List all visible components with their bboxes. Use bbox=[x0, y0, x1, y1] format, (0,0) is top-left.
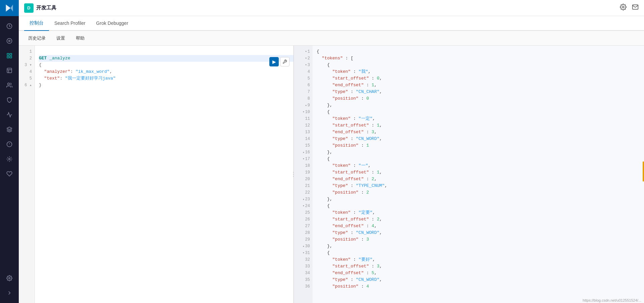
nav-item-pulse[interactable] bbox=[3, 167, 16, 181]
out-ln-28: 28 bbox=[294, 230, 313, 236]
run-button[interactable]: ▶ bbox=[269, 57, 279, 66]
out-ln-18: 18 bbox=[294, 162, 313, 169]
out-ln-3: ▾ 3 bbox=[294, 62, 313, 68]
svg-point-1 bbox=[7, 39, 12, 44]
nav-item-stack[interactable] bbox=[3, 123, 16, 136]
nav-item-discover[interactable] bbox=[3, 34, 16, 48]
tab-console[interactable]: 控制台 bbox=[24, 16, 49, 31]
left-pane: 1 2 3 ▾ 4 5 6 ▴ GET _analyze { "analyzer… bbox=[19, 46, 294, 303]
nav-item-settings[interactable] bbox=[3, 271, 16, 285]
out-ln-17: ▾ 17 bbox=[294, 156, 313, 162]
editor-line-6: } bbox=[39, 82, 293, 89]
out-line-32: "token" : "要好", bbox=[317, 256, 644, 263]
out-line-16: }, bbox=[317, 149, 644, 156]
mail-icon[interactable] bbox=[632, 4, 639, 12]
out-line-23: }, bbox=[317, 196, 644, 203]
tab-grok-debugger[interactable]: Grok Debugger bbox=[91, 16, 134, 31]
line-num-3: 3 ▾ bbox=[19, 62, 35, 68]
out-ln-32: 32 bbox=[294, 256, 313, 263]
out-line-27: "end_offset" : 4, bbox=[317, 223, 644, 230]
out-ln-31: ▾ 31 bbox=[294, 250, 313, 256]
nav-item-dashboard[interactable] bbox=[3, 64, 16, 77]
out-ln-33: 33 bbox=[294, 263, 313, 270]
svg-rect-7 bbox=[7, 68, 12, 73]
svg-point-16 bbox=[9, 277, 10, 279]
out-ln-19: 19 bbox=[294, 169, 313, 176]
out-ln-26: 26 bbox=[294, 216, 313, 223]
nav-item-devtools[interactable] bbox=[3, 49, 16, 62]
out-line-3: { bbox=[317, 62, 644, 68]
line-num-4: 4 bbox=[19, 68, 35, 75]
url-hint: https://blog.csdn.net/u012551524/... bbox=[583, 298, 641, 302]
out-line-21: "type" : "TYPE_CNUM", bbox=[317, 183, 644, 189]
out-ln-4: 4 bbox=[294, 68, 313, 75]
out-line-5: "start_offset" : 0, bbox=[317, 75, 644, 82]
output-line-numbers: ▾ 1 ▾ 2 ▾ 3 4 5 6 7 8 ▴ 9 ▾ 10 11 12 13 … bbox=[294, 46, 313, 303]
out-line-6: "end_offset" : 1, bbox=[317, 82, 644, 89]
line-num-2: 2 bbox=[19, 55, 35, 62]
out-line-26: "start_offset" : 2, bbox=[317, 216, 644, 223]
wrench-button[interactable] bbox=[280, 57, 289, 66]
out-line-1: { bbox=[317, 48, 644, 55]
out-line-12: "start_offset" : 1, bbox=[317, 122, 644, 129]
output-code: ▾ 1 ▾ 2 ▾ 3 4 5 6 7 8 ▴ 9 ▾ 10 11 12 13 … bbox=[294, 46, 644, 303]
editor-line-2: GET _analyze bbox=[39, 55, 293, 62]
nav-item-security[interactable] bbox=[3, 93, 16, 107]
out-ln-22: 22 bbox=[294, 189, 313, 196]
out-line-10: { bbox=[317, 109, 644, 115]
out-ln-27: 27 bbox=[294, 223, 313, 230]
out-line-4: "token" : "我", bbox=[317, 68, 644, 75]
code-content[interactable]: GET _analyze { "analyzer": "ik_max_word"… bbox=[35, 46, 293, 303]
right-pane[interactable]: ▾ 1 ▾ 2 ▾ 3 4 5 6 7 8 ▴ 9 ▾ 10 11 12 13 … bbox=[294, 46, 644, 303]
editor-area: 1 2 3 ▾ 4 5 6 ▴ GET _analyze { "analyzer… bbox=[19, 46, 644, 303]
editor-line-3: { bbox=[39, 62, 293, 68]
out-line-25: "token" : "定要", bbox=[317, 209, 644, 216]
out-ln-21: 21 bbox=[294, 183, 313, 189]
svg-point-17 bbox=[623, 6, 624, 8]
out-line-18: "token" : "一", bbox=[317, 162, 644, 169]
nav-item-clock[interactable] bbox=[3, 19, 16, 33]
out-line-31: { bbox=[317, 250, 644, 256]
out-ln-6: 6 bbox=[294, 82, 313, 89]
nav-item-monitoring[interactable] bbox=[3, 108, 16, 121]
code-editor[interactable]: 1 2 3 ▾ 4 5 6 ▴ GET _analyze { "analyzer… bbox=[19, 46, 293, 303]
toolbar-btn-history[interactable]: 历史记录 bbox=[24, 34, 50, 43]
svg-rect-3 bbox=[7, 53, 9, 55]
nav-item-collapse[interactable] bbox=[3, 286, 16, 300]
out-line-20: "end_offset" : 2, bbox=[317, 176, 644, 183]
svg-point-15 bbox=[9, 158, 10, 160]
settings-icon[interactable] bbox=[620, 4, 627, 12]
line-num-1: 1 bbox=[19, 48, 35, 55]
avatar: D bbox=[24, 3, 34, 13]
out-line-9: }, bbox=[317, 102, 644, 109]
out-line-28: "type" : "CN_WORD", bbox=[317, 230, 644, 236]
secondary-toolbar: 历史记录 设置 帮助 bbox=[19, 31, 644, 46]
out-line-17: { bbox=[317, 156, 644, 162]
nav-items bbox=[0, 16, 19, 271]
toolbar-btn-settings[interactable]: 设置 bbox=[52, 34, 69, 43]
out-line-19: "start_offset" : 1, bbox=[317, 169, 644, 176]
out-ln-2: ▾ 2 bbox=[294, 55, 313, 62]
out-line-35: "type" : "CN_WORD", bbox=[317, 276, 644, 283]
svg-point-10 bbox=[8, 83, 10, 85]
svg-rect-4 bbox=[10, 53, 12, 55]
out-ln-1: ▾ 1 bbox=[294, 48, 313, 55]
out-ln-7: 7 bbox=[294, 89, 313, 95]
line-num-6: 6 ▴ bbox=[19, 82, 35, 89]
nav-item-ml[interactable] bbox=[3, 152, 16, 166]
tab-search-profiler[interactable]: Search Profiler bbox=[49, 16, 91, 31]
out-ln-10: ▾ 10 bbox=[294, 109, 313, 115]
out-line-29: "position" : 3 bbox=[317, 236, 644, 243]
nav-bottom bbox=[3, 271, 16, 303]
nav-item-users[interactable] bbox=[3, 79, 16, 92]
out-line-7: "type" : "CN_CHAR", bbox=[317, 89, 644, 95]
out-ln-8: 8 bbox=[294, 95, 313, 102]
svg-point-2 bbox=[9, 40, 10, 42]
out-line-36: "position" : 4 bbox=[317, 283, 644, 290]
nav-item-apm[interactable] bbox=[3, 138, 16, 151]
toolbar-btn-help[interactable]: 帮助 bbox=[72, 34, 89, 43]
logo[interactable] bbox=[0, 0, 19, 16]
scroll-indicator[interactable] bbox=[643, 161, 644, 182]
out-ln-9: ▴ 9 bbox=[294, 102, 313, 109]
output-content: { "tokens" : [ { "token" : "我", "start_o… bbox=[313, 46, 644, 303]
